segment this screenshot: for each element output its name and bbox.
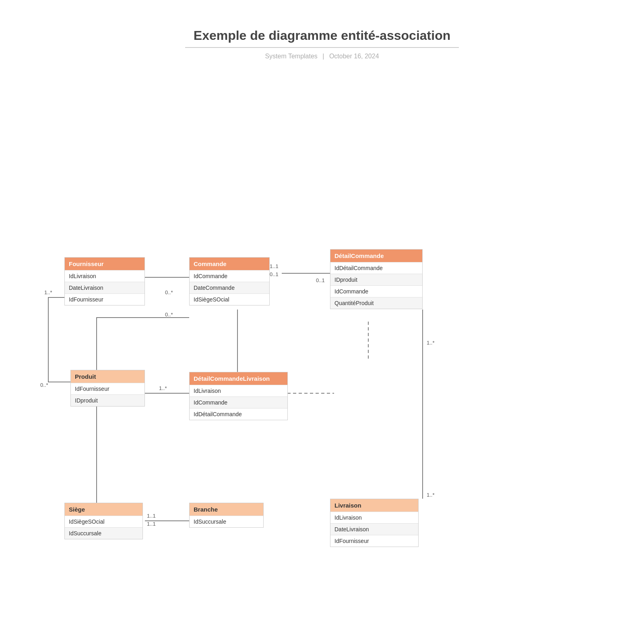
entity-detail-commande-header: DétailCommande [330,250,422,262]
produit-row-2: IDproduit [71,394,144,406]
entity-detail-commande-livraison: DétailCommandeLivraison IdLivraison IdCo… [189,372,288,420]
diagram: Fournisseur IdLivraison DateLivraison Id… [0,92,644,615]
page-container: Exemple de diagramme entité-association … [0,0,644,644]
source-label: System Templates [265,53,317,60]
entity-livraison: Livraison IdLivraison DateLivraison IdFo… [330,499,419,547]
card-liv-dcl: 1..* [427,492,435,498]
card-prod-fourni: 0..* [40,382,48,388]
detail-commande-row-1: IdDétailCommande [330,262,422,274]
entity-siege: Siège IdSiègeSOcial IdSuccursale [64,503,143,539]
card-siege-branche-top: 1..1 [147,513,156,519]
entity-branche-header: Branche [190,503,263,516]
entity-branche: Branche IdSuccursale [189,503,264,528]
livraison-row-3: IdFournisseur [330,535,418,547]
branche-row-1: IdSuccursale [190,516,263,527]
fournisseur-row-1: IdLivraison [65,270,144,282]
fournisseur-row-3: IdFournisseur [65,293,144,305]
siege-row-1: IdSiègeSOcial [65,516,142,527]
entity-commande-header: Commande [190,258,269,270]
entity-fournisseur: Fournisseur IdLivraison DateLivraison Id… [64,257,145,305]
card-fourni-right: 0..* [165,289,173,295]
commande-row-1: IdCommande [190,270,269,282]
card-branche-cmd: 0..* [165,312,173,318]
date-label: October 16, 2024 [329,53,379,60]
header: Exemple de diagramme entité-association … [0,0,644,68]
page-title: Exemple de diagramme entité-association [185,28,459,48]
detail-commande-row-4: QuantitéProduit [330,297,422,309]
entity-detail-commande: DétailCommande IdDétailCommande IDprodui… [330,249,423,309]
card-det-dcl: 0..1 [316,277,325,283]
header-subtitle: System Templates | October 16, 2024 [0,53,644,60]
entity-livraison-header: Livraison [330,499,418,512]
entity-produit: Produit IdFournisseur IDproduit [70,370,145,407]
card-fourni-left: 1..* [44,289,52,295]
entity-siege-header: Siège [65,503,142,516]
entity-commande: Commande IdCommande DateCommande IdSiège… [189,257,270,305]
entity-produit-header: Produit [71,370,144,383]
livraison-row-2: DateLivraison [330,523,418,535]
card-prod-dcl: 1..* [159,385,167,391]
dcl-row-2: IdCommande [190,396,287,408]
livraison-row-1: IdLivraison [330,512,418,523]
entity-dcl-header: DétailCommandeLivraison [190,372,287,385]
card-siege-branche-bottom: 1..1 [147,521,156,527]
fournisseur-row-2: DateLivraison [65,282,144,293]
card-cmd-det-top: 1..1 [270,263,279,269]
separator: | [322,53,324,60]
siege-row-2: IdSuccursale [65,527,142,539]
detail-commande-row-2: IDproduit [330,274,422,285]
dcl-row-1: IdLivraison [190,385,287,396]
card-cmd-det-bottom: 0..1 [270,271,279,277]
dcl-row-3: IdDétailCommande [190,408,287,420]
produit-row-1: IdFournisseur [71,383,144,394]
detail-commande-row-3: IdCommande [330,285,422,297]
entity-fournisseur-header: Fournisseur [65,258,144,270]
commande-row-2: DateCommande [190,282,269,293]
commande-row-3: IdSiègeSOcial [190,293,269,305]
card-det-liv: 1..* [427,340,435,346]
